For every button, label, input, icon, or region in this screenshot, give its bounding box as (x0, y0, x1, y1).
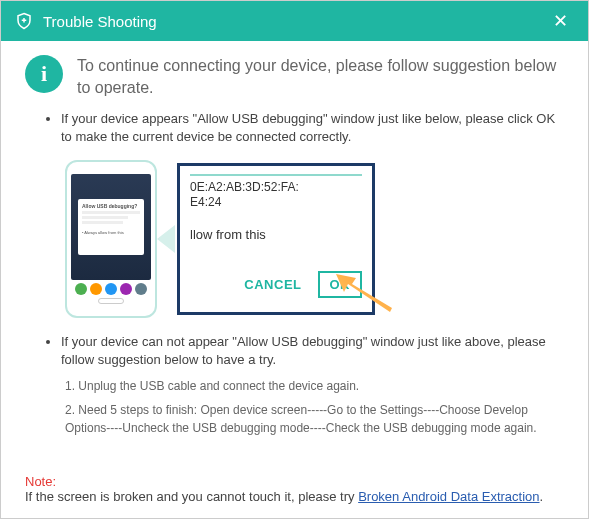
phone-popup: Allow USB debugging? • Always allow from… (78, 199, 144, 255)
substeps: 1. Unplug the USB cable and connect the … (65, 377, 564, 437)
phone-popup-title: Allow USB debugging? (82, 203, 140, 209)
arrow-icon (330, 272, 396, 316)
mac-address-line1: 0E:A2:AB:3D:52:FA: (190, 180, 362, 196)
phone-nav-icons (71, 280, 151, 295)
close-icon[interactable]: ✕ (547, 6, 574, 36)
step-1: 1. Unplug the USB cable and connect the … (65, 377, 564, 395)
allow-from-text: llow from this (190, 227, 362, 242)
troubleshooting-window: Trouble Shooting ✕ i To continue connect… (0, 0, 589, 519)
illustration: Allow USB debugging? • Always allow from… (65, 159, 564, 319)
content-area: i To continue connecting your device, pl… (1, 41, 588, 474)
intro-text: To continue connecting your device, plea… (77, 55, 564, 98)
broken-android-link[interactable]: Broken Android Data Extraction (358, 489, 539, 504)
bullet-item-2: If your device can not appear "Allow USB… (61, 333, 564, 369)
note-text: If the screen is broken and you cannot t… (25, 489, 358, 504)
titlebar: Trouble Shooting ✕ (1, 1, 588, 41)
home-button-icon (98, 298, 124, 304)
phone-mockup: Allow USB debugging? • Always allow from… (65, 160, 157, 318)
speech-tail-icon (157, 225, 175, 253)
cancel-button[interactable]: CANCEL (244, 277, 301, 292)
step-2: 2. Need 5 steps to finish: Open device s… (65, 401, 564, 437)
svg-marker-2 (336, 274, 392, 312)
bullet-item-1: If your device appears "Allow USB debugg… (61, 110, 564, 146)
shield-icon (15, 12, 33, 30)
note-end: . (540, 489, 544, 504)
info-icon: i (25, 55, 63, 93)
footer-note: Note: If the screen is broken and you ca… (1, 474, 588, 518)
mac-address-line2: E4:24 (190, 195, 362, 211)
note-label: Note: (25, 474, 56, 489)
usb-dialog: 0E:A2:AB:3D:52:FA: E4:24 llow from this … (177, 163, 375, 315)
window-title: Trouble Shooting (43, 13, 157, 30)
